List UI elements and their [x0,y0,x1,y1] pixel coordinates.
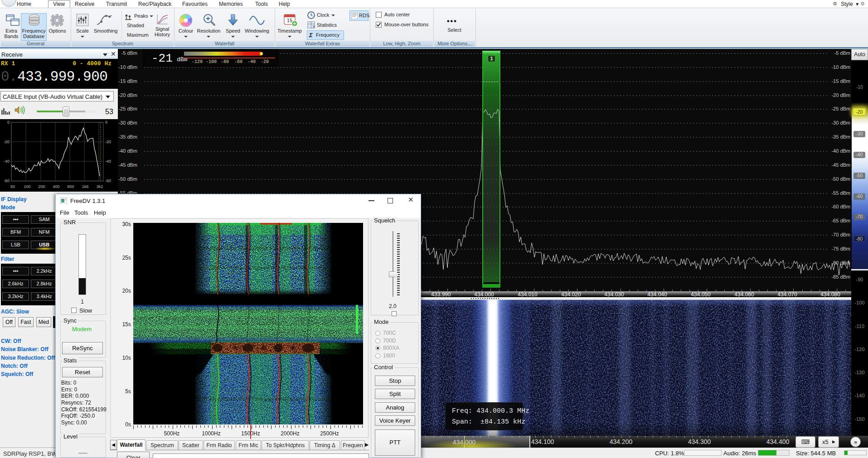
svg-text:9: 9 [313,24,315,29]
svg-text:-20: -20 [105,140,111,144]
svg-text:-60: -60 [4,178,10,183]
svg-text:3k2: 3k2 [97,184,103,189]
svg-text:50: 50 [10,184,15,189]
svg-text:15: 15 [287,18,292,23]
svg-text:100: 100 [24,184,30,189]
svg-text:1k6: 1k6 [82,184,89,189]
svg-text:-20: -20 [4,140,10,144]
svg-text:0: 0 [7,120,10,125]
svg-text:-60: -60 [105,178,111,183]
svg-text:800: 800 [67,184,74,189]
svg-text:0: 0 [105,120,107,125]
svg-text:-40: -40 [105,159,111,164]
svg-text:200: 200 [38,184,45,189]
svg-text:400: 400 [53,184,59,189]
svg-text:-40: -40 [4,159,10,164]
